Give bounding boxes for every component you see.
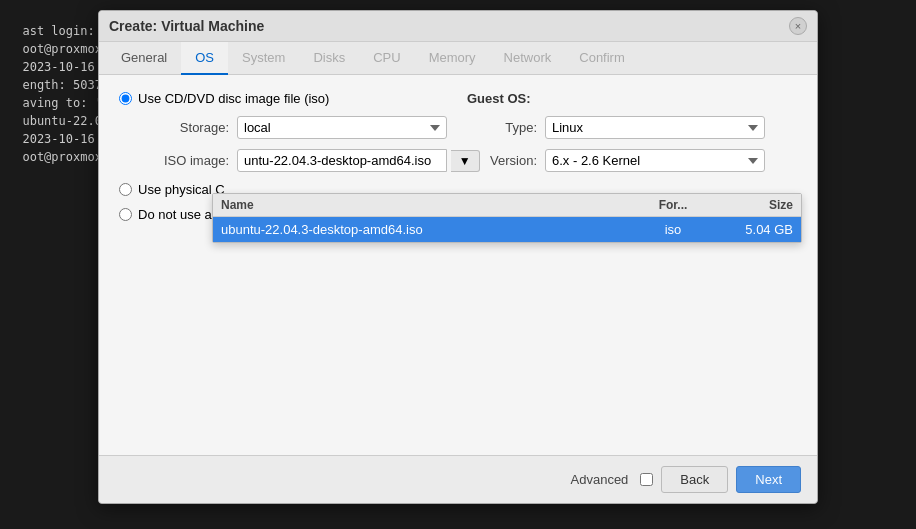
close-button[interactable]: × bbox=[789, 17, 807, 35]
storage-select[interactable]: local bbox=[237, 116, 447, 139]
col-size-header: Size bbox=[713, 198, 793, 212]
next-button[interactable]: Next bbox=[736, 466, 801, 493]
col-name-header: Name bbox=[221, 198, 633, 212]
right-panel: Guest OS: Type: Linux Version: 6.x - 2.6… bbox=[467, 91, 797, 182]
dropdown-item-format: iso bbox=[633, 222, 713, 237]
iso-dropdown-popup: Name For... Size ubuntu-22.04.3-desktop-… bbox=[212, 193, 802, 243]
dropdown-header: Name For... Size bbox=[213, 194, 801, 217]
dialog-titlebar: Create: Virtual Machine × bbox=[99, 11, 817, 42]
dropdown-item[interactable]: ubuntu-22.04.3-desktop-amd64.iso iso 5.0… bbox=[213, 217, 801, 242]
iso-input[interactable] bbox=[237, 149, 447, 172]
type-select[interactable]: Linux bbox=[545, 116, 765, 139]
advanced-checkbox[interactable] bbox=[640, 473, 653, 486]
create-vm-dialog: Create: Virtual Machine × General OS Sys… bbox=[98, 10, 818, 504]
radio-iso-label: Use CD/DVD disc image file (iso) bbox=[138, 91, 329, 106]
tab-disks[interactable]: Disks bbox=[299, 42, 359, 75]
version-select[interactable]: 6.x - 2.6 Kernel bbox=[545, 149, 765, 172]
radio-none-input[interactable] bbox=[119, 208, 132, 221]
dropdown-item-size: 5.04 GB bbox=[713, 222, 793, 237]
dialog-title: Create: Virtual Machine bbox=[109, 18, 264, 34]
version-label: Version: bbox=[467, 153, 537, 168]
storage-label: Storage: bbox=[139, 120, 229, 135]
col-format-header: For... bbox=[633, 198, 713, 212]
guest-os-title: Guest OS: bbox=[467, 91, 797, 106]
tab-system[interactable]: System bbox=[228, 42, 299, 75]
radio-iso-input[interactable] bbox=[119, 92, 132, 105]
advanced-label: Advanced bbox=[571, 472, 629, 487]
dialog-body: Use CD/DVD disc image file (iso) Storage… bbox=[99, 75, 817, 455]
tab-bar: General OS System Disks CPU Memory Netwo… bbox=[99, 42, 817, 75]
tab-confirm[interactable]: Confirm bbox=[565, 42, 639, 75]
iso-input-wrapper: ▼ bbox=[237, 149, 480, 172]
tab-cpu[interactable]: CPU bbox=[359, 42, 414, 75]
dialog-footer: Advanced Back Next bbox=[99, 455, 817, 503]
version-row: Version: 6.x - 2.6 Kernel bbox=[467, 149, 797, 172]
radio-physical-input[interactable] bbox=[119, 183, 132, 196]
back-button[interactable]: Back bbox=[661, 466, 728, 493]
iso-label: ISO image: bbox=[139, 153, 229, 168]
tab-network[interactable]: Network bbox=[490, 42, 566, 75]
type-row: Type: Linux bbox=[467, 116, 797, 139]
type-label: Type: bbox=[467, 120, 537, 135]
tab-os[interactable]: OS bbox=[181, 42, 228, 75]
tab-memory[interactable]: Memory bbox=[415, 42, 490, 75]
dialog-overlay: Create: Virtual Machine × General OS Sys… bbox=[0, 0, 916, 529]
dropdown-item-name: ubuntu-22.04.3-desktop-amd64.iso bbox=[221, 222, 633, 237]
tab-general[interactable]: General bbox=[107, 42, 181, 75]
